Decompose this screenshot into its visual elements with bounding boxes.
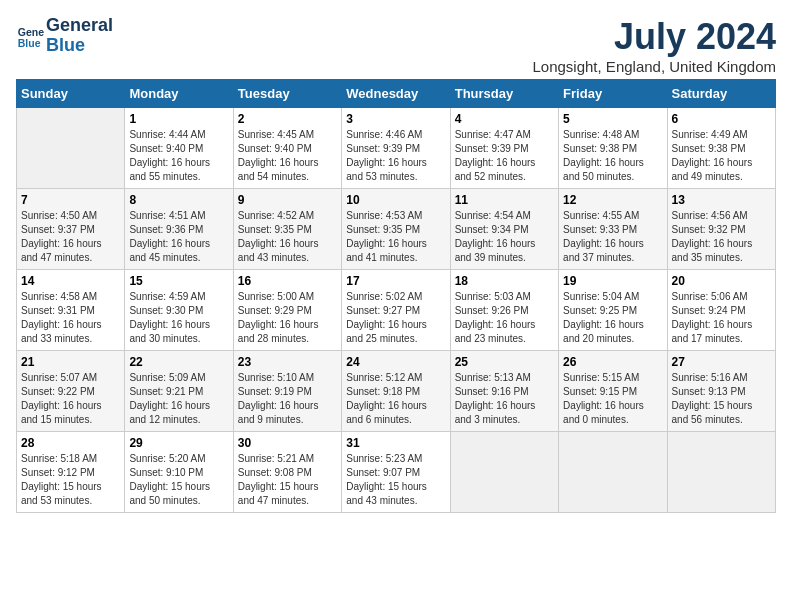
day-number: 8: [129, 193, 228, 207]
logo-text: General Blue: [46, 16, 113, 56]
calendar-cell: 23Sunrise: 5:10 AM Sunset: 9:19 PM Dayli…: [233, 351, 341, 432]
day-number: 1: [129, 112, 228, 126]
calendar-cell: [667, 432, 775, 513]
calendar-cell: 9Sunrise: 4:52 AM Sunset: 9:35 PM Daylig…: [233, 189, 341, 270]
day-number: 25: [455, 355, 554, 369]
location: Longsight, England, United Kingdom: [532, 58, 776, 75]
calendar-week-row: 7Sunrise: 4:50 AM Sunset: 9:37 PM Daylig…: [17, 189, 776, 270]
day-info: Sunrise: 4:58 AM Sunset: 9:31 PM Dayligh…: [21, 290, 120, 346]
day-number: 9: [238, 193, 337, 207]
day-info: Sunrise: 4:49 AM Sunset: 9:38 PM Dayligh…: [672, 128, 771, 184]
day-number: 27: [672, 355, 771, 369]
calendar-cell: 18Sunrise: 5:03 AM Sunset: 9:26 PM Dayli…: [450, 270, 558, 351]
calendar-cell: 24Sunrise: 5:12 AM Sunset: 9:18 PM Dayli…: [342, 351, 450, 432]
day-info: Sunrise: 4:45 AM Sunset: 9:40 PM Dayligh…: [238, 128, 337, 184]
calendar-cell: 8Sunrise: 4:51 AM Sunset: 9:36 PM Daylig…: [125, 189, 233, 270]
svg-text:Blue: Blue: [18, 36, 41, 48]
weekday-header-sunday: Sunday: [17, 80, 125, 108]
day-number: 7: [21, 193, 120, 207]
day-info: Sunrise: 4:56 AM Sunset: 9:32 PM Dayligh…: [672, 209, 771, 265]
calendar-cell: 1Sunrise: 4:44 AM Sunset: 9:40 PM Daylig…: [125, 108, 233, 189]
calendar-cell: 7Sunrise: 4:50 AM Sunset: 9:37 PM Daylig…: [17, 189, 125, 270]
day-info: Sunrise: 4:53 AM Sunset: 9:35 PM Dayligh…: [346, 209, 445, 265]
calendar-cell: 11Sunrise: 4:54 AM Sunset: 9:34 PM Dayli…: [450, 189, 558, 270]
calendar-cell: 20Sunrise: 5:06 AM Sunset: 9:24 PM Dayli…: [667, 270, 775, 351]
day-info: Sunrise: 5:15 AM Sunset: 9:15 PM Dayligh…: [563, 371, 662, 427]
calendar-cell: 28Sunrise: 5:18 AM Sunset: 9:12 PM Dayli…: [17, 432, 125, 513]
day-info: Sunrise: 4:59 AM Sunset: 9:30 PM Dayligh…: [129, 290, 228, 346]
day-info: Sunrise: 5:23 AM Sunset: 9:07 PM Dayligh…: [346, 452, 445, 508]
day-info: Sunrise: 5:21 AM Sunset: 9:08 PM Dayligh…: [238, 452, 337, 508]
logo: General Blue General Blue: [16, 16, 113, 56]
day-info: Sunrise: 5:13 AM Sunset: 9:16 PM Dayligh…: [455, 371, 554, 427]
calendar-cell: 27Sunrise: 5:16 AM Sunset: 9:13 PM Dayli…: [667, 351, 775, 432]
day-info: Sunrise: 4:47 AM Sunset: 9:39 PM Dayligh…: [455, 128, 554, 184]
calendar-cell: 21Sunrise: 5:07 AM Sunset: 9:22 PM Dayli…: [17, 351, 125, 432]
day-info: Sunrise: 4:48 AM Sunset: 9:38 PM Dayligh…: [563, 128, 662, 184]
calendar-cell: 5Sunrise: 4:48 AM Sunset: 9:38 PM Daylig…: [559, 108, 667, 189]
day-info: Sunrise: 5:03 AM Sunset: 9:26 PM Dayligh…: [455, 290, 554, 346]
day-info: Sunrise: 5:06 AM Sunset: 9:24 PM Dayligh…: [672, 290, 771, 346]
calendar-cell: 3Sunrise: 4:46 AM Sunset: 9:39 PM Daylig…: [342, 108, 450, 189]
calendar-body: 1Sunrise: 4:44 AM Sunset: 9:40 PM Daylig…: [17, 108, 776, 513]
day-number: 29: [129, 436, 228, 450]
day-number: 11: [455, 193, 554, 207]
day-number: 5: [563, 112, 662, 126]
logo-icon: General Blue: [16, 22, 44, 50]
weekday-header-saturday: Saturday: [667, 80, 775, 108]
logo-line2: Blue: [46, 36, 113, 56]
day-number: 26: [563, 355, 662, 369]
day-number: 19: [563, 274, 662, 288]
calendar-cell: 29Sunrise: 5:20 AM Sunset: 9:10 PM Dayli…: [125, 432, 233, 513]
calendar-cell: 12Sunrise: 4:55 AM Sunset: 9:33 PM Dayli…: [559, 189, 667, 270]
calendar-cell: [450, 432, 558, 513]
calendar-cell: 22Sunrise: 5:09 AM Sunset: 9:21 PM Dayli…: [125, 351, 233, 432]
day-info: Sunrise: 5:16 AM Sunset: 9:13 PM Dayligh…: [672, 371, 771, 427]
calendar-cell: 25Sunrise: 5:13 AM Sunset: 9:16 PM Dayli…: [450, 351, 558, 432]
calendar-cell: 16Sunrise: 5:00 AM Sunset: 9:29 PM Dayli…: [233, 270, 341, 351]
day-info: Sunrise: 5:09 AM Sunset: 9:21 PM Dayligh…: [129, 371, 228, 427]
day-number: 10: [346, 193, 445, 207]
day-number: 16: [238, 274, 337, 288]
day-info: Sunrise: 4:54 AM Sunset: 9:34 PM Dayligh…: [455, 209, 554, 265]
day-number: 13: [672, 193, 771, 207]
calendar-cell: 26Sunrise: 5:15 AM Sunset: 9:15 PM Dayli…: [559, 351, 667, 432]
weekday-header-thursday: Thursday: [450, 80, 558, 108]
calendar-cell: 19Sunrise: 5:04 AM Sunset: 9:25 PM Dayli…: [559, 270, 667, 351]
calendar-week-row: 21Sunrise: 5:07 AM Sunset: 9:22 PM Dayli…: [17, 351, 776, 432]
day-number: 20: [672, 274, 771, 288]
calendar-cell: 6Sunrise: 4:49 AM Sunset: 9:38 PM Daylig…: [667, 108, 775, 189]
day-info: Sunrise: 4:44 AM Sunset: 9:40 PM Dayligh…: [129, 128, 228, 184]
day-number: 23: [238, 355, 337, 369]
day-number: 3: [346, 112, 445, 126]
weekday-header-monday: Monday: [125, 80, 233, 108]
day-number: 18: [455, 274, 554, 288]
title-block: July 2024 Longsight, England, United Kin…: [532, 16, 776, 75]
calendar-cell: [17, 108, 125, 189]
day-number: 12: [563, 193, 662, 207]
calendar-cell: 14Sunrise: 4:58 AM Sunset: 9:31 PM Dayli…: [17, 270, 125, 351]
weekday-header-row: SundayMondayTuesdayWednesdayThursdayFrid…: [17, 80, 776, 108]
weekday-header-wednesday: Wednesday: [342, 80, 450, 108]
day-number: 31: [346, 436, 445, 450]
calendar-cell: 15Sunrise: 4:59 AM Sunset: 9:30 PM Dayli…: [125, 270, 233, 351]
calendar-cell: 2Sunrise: 4:45 AM Sunset: 9:40 PM Daylig…: [233, 108, 341, 189]
day-info: Sunrise: 4:52 AM Sunset: 9:35 PM Dayligh…: [238, 209, 337, 265]
day-info: Sunrise: 4:46 AM Sunset: 9:39 PM Dayligh…: [346, 128, 445, 184]
day-number: 15: [129, 274, 228, 288]
day-number: 30: [238, 436, 337, 450]
day-info: Sunrise: 5:10 AM Sunset: 9:19 PM Dayligh…: [238, 371, 337, 427]
day-info: Sunrise: 5:07 AM Sunset: 9:22 PM Dayligh…: [21, 371, 120, 427]
day-info: Sunrise: 4:51 AM Sunset: 9:36 PM Dayligh…: [129, 209, 228, 265]
logo-line1: General: [46, 16, 113, 36]
weekday-header-tuesday: Tuesday: [233, 80, 341, 108]
calendar-week-row: 14Sunrise: 4:58 AM Sunset: 9:31 PM Dayli…: [17, 270, 776, 351]
day-number: 14: [21, 274, 120, 288]
day-number: 24: [346, 355, 445, 369]
day-info: Sunrise: 5:12 AM Sunset: 9:18 PM Dayligh…: [346, 371, 445, 427]
day-info: Sunrise: 5:04 AM Sunset: 9:25 PM Dayligh…: [563, 290, 662, 346]
day-number: 28: [21, 436, 120, 450]
calendar-cell: 4Sunrise: 4:47 AM Sunset: 9:39 PM Daylig…: [450, 108, 558, 189]
day-number: 4: [455, 112, 554, 126]
day-number: 6: [672, 112, 771, 126]
